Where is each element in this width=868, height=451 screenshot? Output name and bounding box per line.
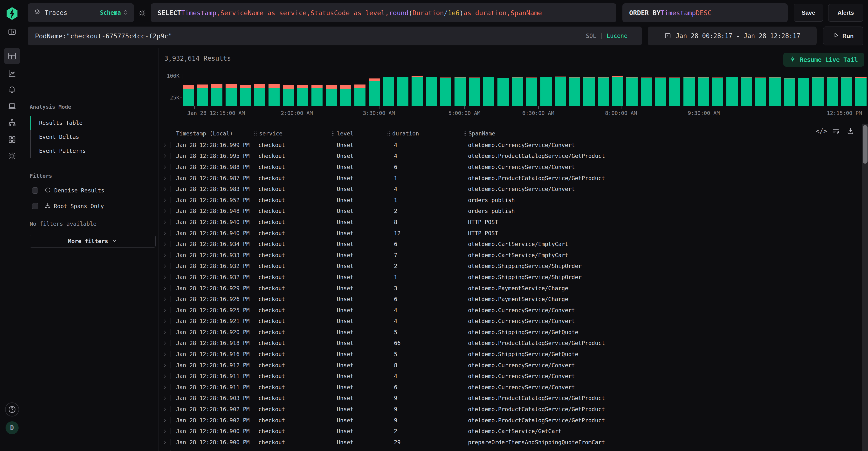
table-row[interactable]: Jan 28 12:28:16.999 PM checkout Unset 4 …: [158, 140, 868, 151]
row-expand-chevron-icon[interactable]: [162, 407, 167, 412]
table-row[interactable]: Jan 28 12:28:16.920 PM checkout Unset 5 …: [158, 327, 868, 338]
denoise-checkbox[interactable]: [32, 187, 38, 194]
table-row[interactable]: Jan 28 12:28:16.929 PM checkout Unset 3 …: [158, 283, 868, 294]
rail-item-sessions-laptop-icon[interactable]: [7, 102, 17, 111]
chart-bar[interactable]: [440, 78, 452, 106]
table-row[interactable]: Jan 28 12:28:16.900 PM checkout Unset 29…: [158, 437, 868, 448]
chart-bar[interactable]: [769, 77, 780, 106]
chart-bar[interactable]: [612, 76, 623, 106]
search-input[interactable]: PodName:"checkout-675775c4cc-f2p9c" SQL …: [28, 27, 642, 46]
row-expand-chevron-icon[interactable]: [162, 374, 167, 378]
chart-bar[interactable]: [626, 77, 638, 106]
chart-bar[interactable]: [283, 85, 294, 106]
table-row[interactable]: Jan 28 12:28:16.995 PM checkout Unset 4 …: [158, 151, 868, 162]
row-expand-chevron-icon[interactable]: [162, 231, 167, 236]
chart-bar[interactable]: [812, 77, 824, 106]
column-header-spanname[interactable]: SpanName: [463, 130, 495, 137]
row-expand-chevron-icon[interactable]: [162, 253, 167, 258]
denoise-results-checkbox-row[interactable]: Denoise Results: [32, 187, 104, 194]
row-expand-chevron-icon[interactable]: [162, 187, 167, 192]
column-header-service[interactable]: service: [254, 130, 282, 137]
table-row[interactable]: Jan 28 12:28:16.911 PM checkout Unset 6 …: [158, 382, 868, 393]
chart-bar[interactable]: [240, 85, 251, 106]
sql-select-editor[interactable]: SELECT Timestamp, ServiceName as service…: [151, 3, 616, 22]
table-row[interactable]: Jan 28 12:28:16.932 PM checkout Unset 1 …: [158, 272, 868, 283]
chart-bar[interactable]: [397, 77, 408, 106]
chart-bar[interactable]: [555, 77, 566, 106]
rail-item-dashboards-grid-icon[interactable]: [8, 136, 16, 144]
table-row[interactable]: Jan 28 12:28:16.902 PM checkout Unset 9 …: [158, 404, 868, 415]
rail-item-chart-explorer-icon[interactable]: [8, 69, 17, 78]
row-expand-chevron-icon[interactable]: [162, 198, 167, 203]
chart-bar[interactable]: [540, 77, 552, 106]
chart-bar[interactable]: [512, 77, 523, 106]
table-row[interactable]: Jan 28 12:28:16.932 PM checkout Unset 2 …: [158, 261, 868, 272]
chart-bar[interactable]: [340, 85, 351, 106]
analysis-mode-item[interactable]: Results Table: [30, 116, 155, 130]
resume-live-tail-button[interactable]: Resume Live Tail: [783, 53, 864, 67]
chart-bar[interactable]: [526, 78, 537, 106]
row-expand-chevron-icon[interactable]: [162, 330, 167, 335]
row-expand-chevron-icon[interactable]: [162, 440, 167, 445]
chart-bar[interactable]: [598, 77, 609, 106]
rail-item-settings-gear-icon[interactable]: [8, 151, 17, 160]
chart-bar[interactable]: [183, 85, 194, 106]
column-header-duration[interactable]: duration: [387, 130, 419, 137]
chart-bar[interactable]: [712, 78, 723, 106]
row-expand-chevron-icon[interactable]: [162, 297, 167, 302]
rail-item-service-map-icon[interactable]: [8, 118, 17, 127]
date-range-picker[interactable]: Jan 28 00:28:17 - Jan 28 12:28:17: [648, 27, 817, 46]
chart-bar[interactable]: [497, 78, 508, 106]
chart-bar[interactable]: [755, 78, 766, 106]
sql-orderby-editor[interactable]: ORDER BY Timestamp DESC: [622, 3, 788, 22]
analysis-mode-item[interactable]: Event Deltas: [30, 130, 155, 144]
chart-bar[interactable]: [326, 85, 337, 106]
row-expand-chevron-icon[interactable]: [162, 363, 167, 368]
alerts-button[interactable]: Alerts: [828, 4, 863, 22]
collapse-sidebar-icon[interactable]: [8, 28, 17, 36]
column-header-timestamp[interactable]: Timestamp (Local): [176, 130, 233, 137]
table-row[interactable]: Jan 28 12:28:16.902 PM checkout Unset 9 …: [158, 415, 868, 426]
chart-bar[interactable]: [798, 78, 809, 106]
source-select[interactable]: Traces Schema: [28, 3, 134, 22]
table-row[interactable]: Jan 28 12:28:16.940 PM checkout Unset 8 …: [158, 217, 868, 228]
chart-bar[interactable]: [726, 77, 738, 106]
chart-bar[interactable]: [411, 76, 423, 106]
row-expand-chevron-icon[interactable]: [162, 308, 167, 313]
chart-bar[interactable]: [469, 78, 480, 106]
row-expand-chevron-icon[interactable]: [162, 143, 167, 147]
table-row[interactable]: Jan 28 12:28:16.925 PM checkout Unset 4 …: [158, 305, 868, 316]
rail-item-search-active[interactable]: [4, 48, 20, 64]
table-row[interactable]: Jan 28 12:28:16.952 PM checkout Unset 1 …: [158, 195, 868, 206]
row-expand-chevron-icon[interactable]: [162, 319, 167, 323]
table-row[interactable]: Jan 28 12:28:16.934 PM checkout Unset 6 …: [158, 238, 868, 250]
chart-bar[interactable]: [197, 85, 208, 106]
vertical-scrollbar[interactable]: [862, 123, 868, 451]
table-row[interactable]: Jan 28 12:28:16.903 PM checkout Unset 9 …: [158, 393, 868, 404]
user-avatar[interactable]: D: [5, 421, 19, 434]
table-row[interactable]: Jan 28 12:28:16.948 PM checkout Unset 2 …: [158, 206, 868, 217]
row-expand-chevron-icon[interactable]: [162, 264, 167, 269]
help-icon[interactable]: [5, 402, 19, 417]
row-expand-chevron-icon[interactable]: [162, 242, 167, 247]
row-expand-chevron-icon[interactable]: [162, 385, 167, 390]
root-spans-checkbox-row[interactable]: Root Spans Only: [32, 203, 104, 209]
chart-bar[interactable]: [655, 78, 666, 106]
chart-bar[interactable]: [254, 84, 266, 106]
root-spans-checkbox[interactable]: [32, 203, 38, 209]
chart-bar[interactable]: [569, 77, 580, 106]
chart-bar[interactable]: [583, 77, 594, 106]
row-expand-chevron-icon[interactable]: [162, 208, 167, 214]
row-expand-chevron-icon[interactable]: [162, 352, 167, 357]
chart-bar[interactable]: [698, 77, 709, 106]
table-row[interactable]: Jan 28 12:28:16.911 PM checkout Unset 4 …: [158, 371, 868, 382]
row-expand-chevron-icon[interactable]: [162, 341, 167, 345]
language-sql-option[interactable]: SQL: [586, 33, 596, 39]
chart-bar[interactable]: [483, 77, 494, 106]
hyperdx-logo-icon[interactable]: [5, 6, 19, 21]
row-expand-chevron-icon[interactable]: [162, 286, 167, 291]
scrollbar-thumb[interactable]: [863, 125, 868, 164]
analysis-mode-item[interactable]: Event Patterns: [30, 144, 155, 158]
table-row[interactable]: Jan 28 12:28:16.912 PM checkout Unset 8 …: [158, 360, 868, 371]
row-expand-chevron-icon[interactable]: [162, 220, 167, 225]
